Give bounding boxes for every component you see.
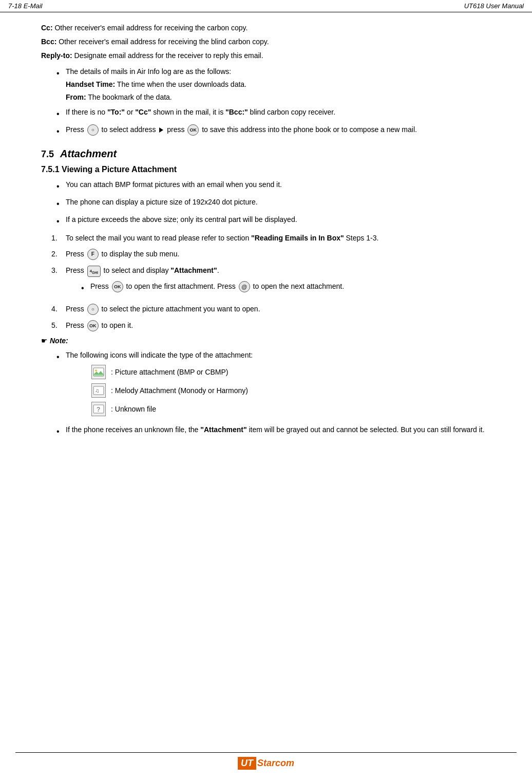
icon-unknown-desc: : Unknown file [111, 404, 156, 415]
sub-mid2: to open the next attachment. [253, 282, 344, 290]
note-label: Note: [50, 337, 68, 345]
bcc-label: Bcc: [41, 38, 56, 46]
section-title: Attachment [60, 148, 117, 160]
sub-bullet-dot: • [81, 282, 90, 294]
reply-to-label: Reply-to: [41, 51, 72, 60]
air-info-content: The details of mails in Air Info log are… [66, 66, 491, 103]
press-select-content: Press ○ to select address press OK to sa… [66, 124, 491, 136]
note-bullets: • The following icons will indicate the … [56, 350, 491, 438]
pic-bullets: • You can attach BMP format pictures wit… [56, 179, 491, 228]
step-2-press: Press [66, 250, 86, 258]
note-bullet-icons: • The following icons will indicate the … [56, 350, 491, 420]
icon-unknown-box: ? [91, 402, 106, 416]
step-5: 5. Press OK to open it. [51, 320, 491, 331]
bullet-last: • If the phone receives an unknown file,… [56, 424, 491, 438]
logo-starcom-text: Starcom [257, 758, 294, 769]
bullet-dot-1: • [56, 67, 66, 80]
step-1-text: To select the mail you want to read plea… [66, 234, 378, 242]
arrow-icon [159, 127, 163, 133]
svg-point-1 [95, 369, 97, 372]
section-number: 7.5 [41, 149, 54, 160]
step-4-content: Press ○ to select the picture attachment… [66, 304, 491, 315]
ok-icon-sub1: OK [112, 281, 123, 292]
section-751: 7.5.1 Viewing a Picture Attachment [41, 165, 491, 174]
step-5-rest: to open it. [102, 321, 134, 329]
step-4-press: Press [66, 305, 86, 313]
last-bullet-text: If the phone receives an unknown file, t… [66, 425, 485, 434]
to-cc-content: If there is no "To:" or "Cc" shown in th… [66, 107, 491, 118]
note-section: ☛ Note: • The following icons will indic… [41, 337, 491, 438]
logo-ut-text: UT [238, 757, 256, 770]
header-left: 7-18 E-Mail [8, 2, 42, 10]
footer-logo: UT Starcom [238, 757, 294, 770]
bullet-bmp: • You can attach BMP format pictures wit… [56, 179, 491, 193]
ok-icon-1: OK [187, 124, 199, 136]
step-3-press: Press [66, 266, 86, 274]
last-bullet-content: If the phone receives an unknown file, t… [66, 424, 491, 435]
footer-divider [15, 752, 517, 753]
bullet-dot-central: • [56, 215, 66, 228]
from-label: From: [66, 93, 86, 101]
bullet-display-size: • The phone can display a picture size o… [56, 197, 491, 210]
air-info-section: • The details of mails in Air Info log a… [56, 66, 491, 138]
svg-text:♫: ♫ [95, 387, 99, 394]
icon-picture-box [91, 365, 106, 379]
bullet-dot-bmp: • [56, 180, 66, 193]
picture-attachment-icon [93, 366, 104, 378]
step-2-label: 2. [51, 249, 66, 259]
bullet-air-info: • The details of mails in Air Info log a… [56, 66, 491, 103]
step-3-content: Press 4GHI to select and display "Attach… [66, 265, 491, 298]
press-label: Press [66, 125, 86, 134]
step-1-label: 1. [51, 233, 66, 244]
step-5-content: Press OK to open it. [66, 320, 491, 331]
sub-bullet-content: Press OK to open the first attachment. P… [90, 281, 344, 292]
unknown-attachment-icon: ? [93, 403, 104, 415]
bullet-dot-3: • [56, 125, 66, 138]
f-icon: F [87, 249, 99, 260]
step-3-label: 3. [51, 265, 66, 276]
to-cc-text: If there is no "To:" or "Cc" shown in th… [66, 108, 335, 116]
bullet-to-cc: • If there is no "To:" or "Cc" shown in … [56, 107, 491, 120]
main-content: Cc: Other receiver's email address for r… [0, 12, 532, 463]
step-2-rest: to display the sub menu. [102, 250, 180, 258]
handset-time-text: The time when the user downloads data. [117, 80, 246, 88]
attachment-icons: : Picture attachment (BMP or CBMP) ♫ : M… [91, 365, 491, 416]
icon-melody-box: ♫ [91, 383, 106, 398]
section-75: 7.5 Attachment [41, 148, 491, 160]
svg-text:?: ? [97, 406, 100, 413]
icon-picture-row: : Picture attachment (BMP or CBMP) [91, 365, 491, 379]
note-bullet-content: The following icons will indicate the ty… [66, 350, 491, 420]
melody-attachment-icon: ♫ [93, 385, 104, 396]
select-icon-4: ○ [87, 304, 99, 315]
note-header: ☛ Note: [41, 337, 491, 345]
sub-mid1: to open the first attachment. Press [126, 282, 238, 290]
bullet-dot-size: • [56, 198, 66, 210]
to-select-text: to select address [102, 125, 158, 134]
step-5-label: 5. [51, 320, 66, 331]
select-address-icon: ○ [87, 124, 99, 136]
step-4-rest: to select the picture attachment you wan… [102, 305, 260, 313]
step-3: 3. Press 4GHI to select and display "Att… [51, 265, 491, 298]
bullet-press-select: • Press ○ to select address press OK to … [56, 124, 491, 138]
icon-melody-row: ♫ : Melody Attachment (Monody or Harmony… [91, 383, 491, 398]
bullet-dot-2: • [56, 108, 66, 120]
at-icon: @ [239, 281, 250, 292]
from-text: The bookmark of the data. [88, 93, 172, 101]
icon-unknown-row: ? : Unknown file [91, 402, 491, 416]
step-5-press: Press [66, 321, 86, 329]
header-right: UT618 User Manual [464, 2, 524, 10]
handset-time-label: Handset Time: [66, 80, 115, 88]
step-4-label: 4. [51, 304, 66, 314]
air-info-text: The details of mails in Air Info log are… [66, 67, 231, 76]
bullet-dot-last: • [56, 425, 66, 438]
4ghi-icon: 4GHI [87, 266, 101, 277]
ok-icon-5: OK [87, 320, 99, 331]
sub-bullet-item: • Press OK to open the first attachment.… [81, 281, 491, 294]
icon-picture-desc: : Picture attachment (BMP or CBMP) [111, 367, 228, 378]
reply-to-text: Designate email address for the receiver… [74, 51, 263, 60]
display-size-text: The phone can display a picture size of … [66, 197, 491, 208]
sub-press-1: Press [90, 282, 111, 290]
steps-list: 1. To select the mail you want to read p… [51, 233, 491, 331]
bcc-text: Other receiver's email address for recei… [59, 38, 269, 46]
note-bullet-text: The following icons will indicate the ty… [66, 351, 253, 359]
